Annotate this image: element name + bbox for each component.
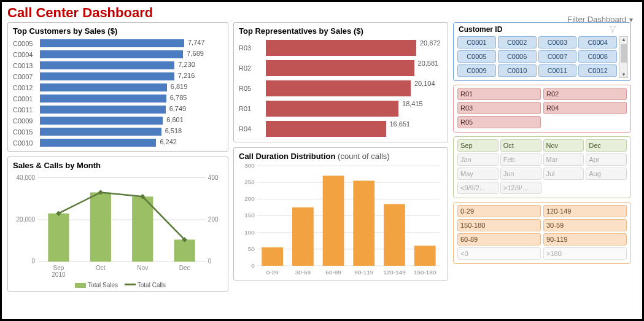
svg-text:120-149: 120-149 [383, 269, 406, 276]
svg-rect-44 [384, 204, 405, 266]
slicer-chip[interactable]: 30-59 [543, 219, 627, 231]
slicer-chip[interactable]: <0 [457, 247, 541, 260]
bar-value: 6,242 [160, 138, 177, 145]
panel-title: Top Representatives by Sales ($) [239, 26, 443, 36]
bar-value: 6,601 [166, 116, 184, 123]
slicer-chip[interactable]: R04 [543, 102, 627, 114]
slicer-chip[interactable]: R01 [457, 88, 541, 100]
chart-legend: Total Sales Total Calls [13, 282, 223, 288]
svg-text:0: 0 [32, 258, 36, 265]
bar-value: 7,216 [178, 72, 195, 79]
bar-category: C0004 [13, 51, 40, 58]
bar-category: R05 [239, 85, 266, 92]
panel-top-customers: Top Customers by Sales ($) C00057,747C00… [7, 22, 228, 152]
bar-value: 7,689 [187, 50, 204, 57]
bar-category: R01 [239, 105, 266, 112]
slicer-chip[interactable]: Dec [586, 139, 627, 152]
bar-category: R02 [239, 64, 266, 72]
bar-category: R04 [239, 125, 266, 133]
bar-value: 18,415 [402, 100, 423, 107]
chart-duration: 0501001502002503000-2930-5960-8990-11912… [239, 163, 443, 277]
legend-calls: Total Calls [138, 282, 166, 288]
bar-value: 7,747 [188, 39, 205, 46]
svg-rect-40 [323, 176, 344, 266]
slicer-chip[interactable]: Mar [543, 153, 584, 166]
slicer-chip[interactable]: C0010 [498, 64, 537, 77]
panel-title: Sales & Calls by Month [13, 161, 223, 170]
slicer-chip[interactable]: Nov [543, 139, 584, 152]
chart-top-customers: C00057,747C00047,689C00137,230C00077,216… [13, 38, 223, 148]
slicer-chip[interactable]: 120-149 [543, 205, 627, 217]
svg-text:200: 200 [208, 216, 219, 223]
slicer-chip[interactable]: May [457, 168, 499, 180]
slicer-chip[interactable]: Aug [586, 168, 627, 180]
slicer-month: SepOctNovDecJanFebMarAprMayJunJulAug<9/9… [453, 136, 631, 198]
svg-text:30-59: 30-59 [295, 269, 311, 276]
panel-title: Top Customers by Sales ($) [13, 26, 223, 36]
slicer-chip[interactable]: C0009 [457, 64, 496, 77]
svg-text:Sep: Sep [53, 265, 64, 271]
slicer-chip[interactable]: Sep [457, 139, 499, 152]
slicer-chip[interactable]: C0007 [538, 50, 577, 63]
slicer-scrollbar[interactable] [619, 36, 628, 78]
svg-text:150-180: 150-180 [414, 269, 436, 276]
slicer-chip[interactable]: >180 [543, 247, 627, 260]
svg-text:Oct: Oct [96, 265, 106, 271]
slicer-chip[interactable]: 90-119 [543, 233, 627, 246]
slicer-chip[interactable]: 150-180 [457, 219, 541, 231]
slicer-chip[interactable]: Jul [543, 168, 584, 180]
svg-rect-15 [174, 239, 195, 261]
slicer-chip[interactable]: Jun [500, 168, 541, 180]
bar-category: C0011 [13, 106, 40, 114]
slicer-chip[interactable]: Oct [500, 139, 541, 152]
slicer-chip[interactable]: C0011 [538, 64, 577, 77]
slicer-customer: Customer ID C0001C0002C0003C0004C0005C00… [453, 22, 631, 81]
slicer-chip[interactable]: C0008 [578, 50, 617, 63]
slicer-chip[interactable]: Feb [500, 153, 541, 166]
svg-text:50: 50 [248, 246, 255, 252]
chart-sales-calls: 020,00040,0000200400SepOctNovDec2010 [13, 172, 223, 280]
page-title: Call Center Dashboard [7, 5, 637, 21]
bar-category: C0010 [13, 139, 40, 147]
slicer-chip[interactable]: C0001 [457, 36, 496, 48]
clear-filter-icon[interactable] [608, 25, 617, 34]
svg-text:200: 200 [244, 195, 255, 202]
slicer-title: Customer ID [459, 25, 502, 34]
bar-category: C0007 [13, 73, 40, 80]
slicer-chip[interactable]: R05 [457, 116, 541, 128]
svg-text:Nov: Nov [137, 265, 148, 271]
panel-top-reps: Top Representatives by Sales ($) R0320,8… [233, 22, 448, 142]
panel-duration: Call Duration Distribution (count of cal… [233, 147, 448, 280]
slicer-chip[interactable]: 60-89 [457, 233, 541, 246]
chart-top-reps: R0320,872R0220,581R0520,104R0118,415R041… [239, 38, 443, 139]
svg-text:150: 150 [244, 212, 255, 219]
slicer-chip[interactable]: 0-29 [457, 205, 541, 217]
slicer-chip[interactable]: <9/9/2... [457, 182, 499, 194]
slicer-duration: 0-29150-18060-89<0 120-14930-5990-119>18… [453, 202, 631, 264]
svg-text:250: 250 [244, 179, 255, 185]
slicer-chip[interactable]: Jan [457, 153, 499, 166]
slicer-chip[interactable]: C0003 [538, 36, 577, 48]
slicer-chip[interactable]: C0002 [498, 36, 537, 48]
svg-text:0: 0 [251, 262, 255, 269]
svg-rect-46 [414, 246, 436, 266]
slicer-chip[interactable]: C0005 [457, 50, 496, 63]
slicer-chip[interactable]: >12/9/... [500, 182, 541, 194]
bar-category: C0012 [13, 84, 40, 91]
svg-text:60-89: 60-89 [325, 269, 341, 276]
slicer-chip[interactable]: C0004 [578, 36, 617, 48]
slicer-chip[interactable]: R02 [543, 88, 627, 100]
slicer-chip[interactable]: R03 [457, 102, 541, 114]
bar-value: 6,819 [171, 83, 188, 90]
bar-category: C0001 [13, 95, 40, 102]
panel-title: Call Duration Distribution (count of cal… [239, 152, 443, 161]
slicer-chip[interactable]: C0006 [498, 50, 537, 63]
svg-text:0: 0 [208, 258, 212, 265]
svg-text:40,000: 40,000 [16, 174, 35, 181]
bar-category: C0015 [13, 128, 40, 136]
bar-category: C0005 [13, 40, 40, 47]
bar-value: 6,518 [165, 127, 182, 134]
svg-text:2010: 2010 [52, 271, 66, 278]
slicer-chip[interactable]: Apr [586, 153, 627, 166]
slicer-chip[interactable]: C0012 [578, 64, 617, 77]
